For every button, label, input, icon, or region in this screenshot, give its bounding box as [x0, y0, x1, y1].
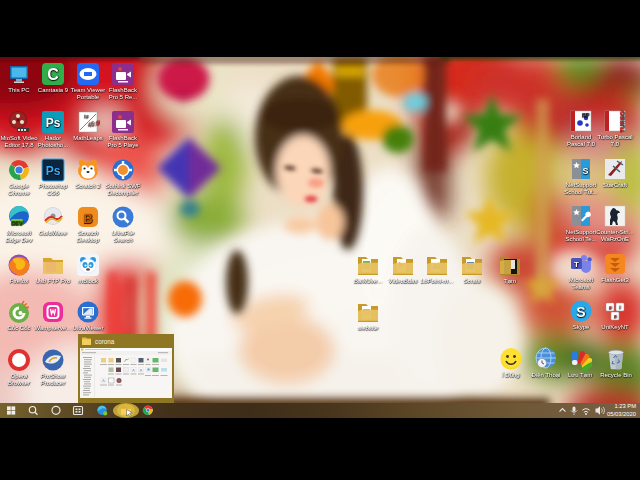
svg-text:i: i: [619, 305, 620, 310]
svg-text:Ps: Ps: [46, 164, 61, 178]
svg-text:DEV: DEV: [11, 220, 23, 226]
svg-text:T: T: [574, 260, 579, 269]
svg-text:S: S: [576, 304, 585, 320]
svg-text:BP: BP: [582, 112, 590, 118]
svg-text:C: C: [47, 66, 59, 83]
svg-text:TURBO: TURBO: [619, 111, 625, 133]
svg-text:u: u: [609, 305, 612, 310]
svg-text:corona: corona: [95, 338, 115, 345]
svg-text:S: S: [582, 166, 588, 176]
svg-text:Ps: Ps: [46, 116, 61, 130]
svg-text:B: B: [83, 211, 92, 226]
svg-text:to: to: [84, 113, 88, 119]
svg-text:n: n: [614, 314, 617, 319]
